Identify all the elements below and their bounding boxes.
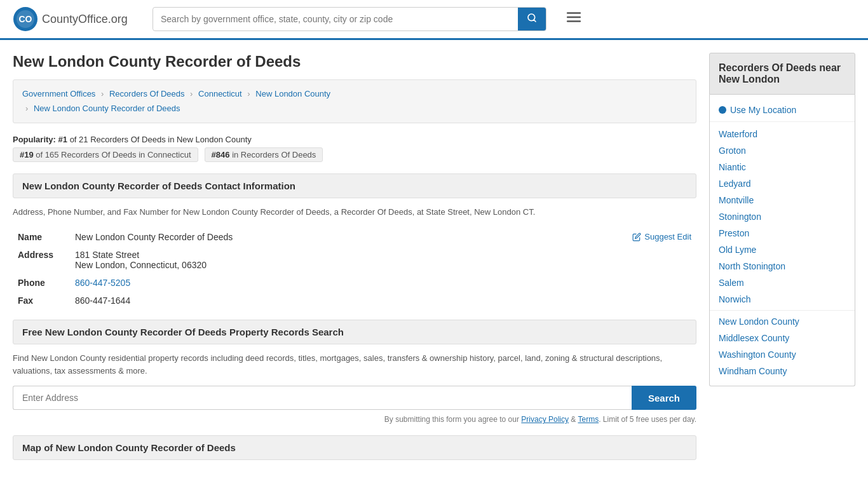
privacy-policy-link[interactable]: Privacy Policy bbox=[521, 415, 569, 424]
table-row-fax: Fax 860-447-1644 bbox=[13, 292, 696, 309]
property-section-header: Free New London County Recorder Of Deeds… bbox=[13, 320, 696, 344]
fax-label: Fax bbox=[13, 292, 70, 309]
breadcrumb-link-recorders[interactable]: Recorders Of Deeds bbox=[109, 89, 185, 98]
sidebar-content: Use My Location Waterford Groton Niantic… bbox=[709, 95, 855, 386]
page-title: New London County Recorder of Deeds bbox=[13, 53, 696, 71]
phone-link[interactable]: 860-447-5205 bbox=[75, 278, 130, 288]
header-search-bar[interactable] bbox=[153, 7, 546, 31]
sidebar-link-niantic[interactable]: Niantic bbox=[710, 159, 855, 175]
address-search-button[interactable]: Search bbox=[632, 386, 696, 410]
table-row-name: Name New London County Recorder of Deeds… bbox=[13, 228, 696, 246]
sidebar-link-new-london-county[interactable]: New London County bbox=[710, 313, 855, 330]
map-section-header: Map of New London County Recorder of Dee… bbox=[13, 435, 696, 460]
property-description: Find New London County residential prope… bbox=[13, 352, 696, 377]
popularity-badge-2: #19 of 165 Recorders Of Deeds in Connect… bbox=[13, 147, 198, 162]
search-icon bbox=[527, 13, 537, 23]
sidebar-link-stonington[interactable]: Stonington bbox=[710, 208, 855, 225]
svg-text:CO: CO bbox=[19, 14, 32, 24]
name-label: Name bbox=[13, 228, 70, 246]
contact-description: Address, Phone Number, and Fax Number fo… bbox=[13, 206, 696, 219]
sidebar-link-waterford[interactable]: Waterford bbox=[710, 126, 855, 142]
breadcrumb-link-county[interactable]: New London County bbox=[255, 89, 330, 98]
form-disclaimer: By submitting this form you agree to our… bbox=[13, 415, 696, 424]
address-search-input[interactable] bbox=[13, 386, 632, 410]
table-row-phone: Phone 860-447-5205 bbox=[13, 274, 696, 292]
popularity-label: Popularity: bbox=[13, 135, 56, 144]
logo[interactable]: CO CountyOffice.org bbox=[13, 6, 140, 32]
main-content: New London County Recorder of Deeds Gove… bbox=[13, 53, 709, 460]
contact-section-header: New London County Recorder of Deeds Cont… bbox=[13, 173, 696, 198]
edit-icon bbox=[632, 233, 641, 241]
use-my-location[interactable]: Use My Location bbox=[710, 101, 855, 122]
sidebar-link-middlesex-county[interactable]: Middlesex County bbox=[710, 330, 855, 346]
phone-label: Phone bbox=[13, 274, 70, 292]
sidebar-separator-1 bbox=[710, 310, 855, 311]
breadcrumb-link-gov[interactable]: Government Offices bbox=[22, 89, 95, 98]
sidebar-link-old-lyme[interactable]: Old Lyme bbox=[710, 241, 855, 258]
header-search-button[interactable] bbox=[518, 8, 546, 30]
terms-link[interactable]: Terms bbox=[578, 415, 599, 424]
suggest-edit-link[interactable]: Suggest Edit bbox=[632, 232, 691, 241]
fax-value: 860-447-1644 bbox=[70, 292, 696, 309]
name-value: New London County Recorder of Deeds Sugg… bbox=[70, 228, 696, 246]
breadcrumb-sep-4: › bbox=[25, 104, 28, 113]
header-search-input[interactable] bbox=[153, 9, 518, 29]
sidebar-link-montville[interactable]: Montville bbox=[710, 192, 855, 208]
logo-icon: CO bbox=[13, 6, 38, 32]
sidebar-link-washington-county[interactable]: Washington County bbox=[710, 346, 855, 363]
breadcrumb-link-ct[interactable]: Connecticut bbox=[198, 89, 242, 98]
phone-value: 860-447-5205 bbox=[70, 274, 696, 292]
popularity-badges: #19 of 165 Recorders Of Deeds in Connect… bbox=[13, 147, 696, 162]
sidebar-link-salem[interactable]: Salem bbox=[710, 274, 855, 291]
popularity-section: Popularity: #1 of 21 Recorders Of Deeds … bbox=[13, 135, 696, 162]
location-dot-icon bbox=[719, 106, 726, 114]
page-container: New London County Recorder of Deeds Gove… bbox=[0, 40, 868, 473]
sidebar: Recorders Of Deeds near New London Use M… bbox=[709, 53, 855, 460]
address-label: Address bbox=[13, 246, 70, 274]
sidebar-link-north-stonington[interactable]: North Stonington bbox=[710, 258, 855, 274]
site-header: CO CountyOffice.org bbox=[0, 0, 868, 40]
contact-info-table: Name New London County Recorder of Deeds… bbox=[13, 228, 696, 309]
sidebar-header: Recorders Of Deeds near New London bbox=[709, 53, 855, 95]
popularity-badge-3: #846 in Recorders Of Deeds bbox=[205, 147, 323, 162]
breadcrumb-sep-1: › bbox=[101, 89, 104, 98]
sidebar-link-norwich[interactable]: Norwich bbox=[710, 291, 855, 308]
breadcrumb-sep-2: › bbox=[190, 89, 193, 98]
table-row-address: Address 181 State Street New London, Con… bbox=[13, 246, 696, 274]
hamburger-menu-icon[interactable] bbox=[566, 9, 582, 29]
logo-text: CountyOffice.org bbox=[42, 13, 128, 26]
sidebar-link-windham-county[interactable]: Windham County bbox=[710, 363, 855, 379]
property-search-form: Search bbox=[13, 386, 696, 410]
breadcrumb-link-current[interactable]: New London County Recorder of Deeds bbox=[34, 104, 180, 113]
sidebar-link-preston[interactable]: Preston bbox=[710, 225, 855, 241]
sidebar-link-ledyard[interactable]: Ledyard bbox=[710, 175, 855, 192]
sidebar-link-groton[interactable]: Groton bbox=[710, 142, 855, 159]
address-value: 181 State Street New London, Connecticut… bbox=[70, 246, 696, 274]
breadcrumb: Government Offices › Recorders Of Deeds … bbox=[13, 79, 696, 123]
breadcrumb-sep-3: › bbox=[247, 89, 250, 98]
popularity-rank1: #1 bbox=[58, 135, 67, 144]
popularity-rank1-text: of 21 Recorders Of Deeds in New London C… bbox=[70, 135, 252, 144]
